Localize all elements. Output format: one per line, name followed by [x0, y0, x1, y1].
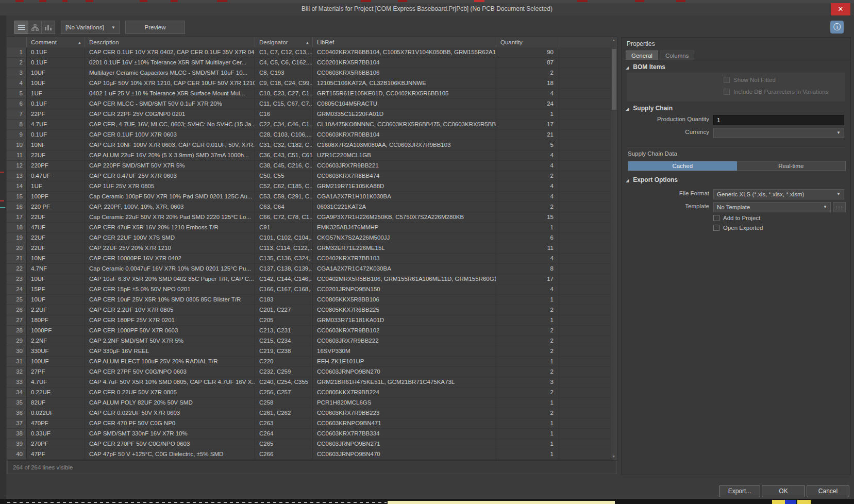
- row-number-cell[interactable]: 21: [7, 254, 27, 264]
- comment-cell[interactable]: 1UF: [27, 181, 85, 192]
- description-cell[interactable]: CAP 330µF 16V REEL: [85, 346, 255, 357]
- libref-cell[interactable]: C0805C104M5RACTU: [313, 99, 496, 109]
- libref-cell[interactable]: CC0603KRX7R9BB223: [313, 408, 496, 418]
- description-cell[interactable]: CAP CER 270PF 50V C0G/NPO 0603: [85, 439, 255, 449]
- description-cell[interactable]: CAP 47pF 50 V +125°C, C0G Dielectric, ±5…: [85, 449, 255, 460]
- designator-cell[interactable]: C232, C259: [255, 367, 313, 377]
- libref-cell[interactable]: UZR1C220MCL1GB: [313, 150, 496, 161]
- table-row[interactable]: 33 4.7UF CAP 4.7uF 50V X5R 10% SMD 0805,…: [7, 377, 611, 388]
- cached-segment[interactable]: Cached: [628, 161, 737, 171]
- comment-cell[interactable]: 470PF: [27, 418, 85, 429]
- designator-cell[interactable]: C258: [255, 398, 313, 408]
- libref-cell[interactable]: CC0603JRX7R9BB221: [313, 161, 496, 171]
- comment-cell[interactable]: 10UF: [27, 295, 85, 305]
- open-exported-option[interactable]: Open Exported: [713, 225, 763, 231]
- comment-cell[interactable]: 15PF: [27, 284, 85, 295]
- table-row[interactable]: 13 0.47UF CAP CER 0.47UF 25V X7R 0603 C5…: [7, 171, 611, 181]
- description-cell[interactable]: CAP SMD/SMT 330nF 16V X7R 10%: [85, 429, 255, 439]
- description-cell[interactable]: CAP CER 2.2UF 10V X7R 0805: [85, 305, 255, 315]
- designator-cell[interactable]: C219, C238: [255, 346, 313, 357]
- row-number-header[interactable]: [7, 37, 27, 47]
- designator-cell[interactable]: C213, C231: [255, 326, 313, 336]
- quantity-cell[interactable]: 2: [496, 336, 559, 346]
- libref-cell[interactable]: CGA9P3X7R1H226M250KB, C5750X7S2A226M280K…: [313, 212, 496, 223]
- currency-dropdown[interactable]: ▼: [713, 128, 844, 138]
- designator-cell[interactable]: C31, C32, C182, C...: [255, 140, 313, 150]
- designator-cell[interactable]: C263: [255, 418, 313, 429]
- libref-cell[interactable]: CC0402KRX7R7BB103: [313, 254, 496, 264]
- production-quantity-input[interactable]: 1: [713, 115, 844, 125]
- designator-cell[interactable]: C50, C55: [255, 171, 313, 181]
- description-cell[interactable]: CAP CER 22UF 100V X7S SMD: [85, 233, 255, 243]
- comment-cell[interactable]: 0.1UF: [27, 99, 85, 109]
- comment-cell[interactable]: 100PF: [27, 192, 85, 202]
- row-number-cell[interactable]: 13: [7, 171, 27, 181]
- description-cell[interactable]: CAP CER 10000PF 16V X7R 0402: [85, 254, 255, 264]
- designator-cell[interactable]: C113, C114, C122,...: [255, 243, 313, 254]
- description-cell[interactable]: CAP 2.2NF SMD/SMT 50V X7R 5%: [85, 336, 255, 346]
- comment-cell[interactable]: 22UF: [27, 243, 85, 254]
- quantity-cell[interactable]: 21: [496, 130, 559, 140]
- comment-cell[interactable]: 180PF: [27, 315, 85, 326]
- row-number-cell[interactable]: 33: [7, 377, 27, 388]
- table-row[interactable]: 19 22UF CAP CER 22UF 100V X7S SMD C101, …: [7, 233, 611, 243]
- libref-cell[interactable]: CC0402MRX5R5BB106, GRM155R61A106ME11D, G…: [313, 274, 496, 284]
- designator-cell[interactable]: C8, C193: [255, 68, 313, 78]
- table-row[interactable]: 22 4.7NF Cap Ceramic 0.0047uF 16V X7R 10…: [7, 264, 611, 274]
- table-row[interactable]: 25 10UF CAP CER 10uF 25V X5R 10% SMD 080…: [7, 295, 611, 305]
- description-cell[interactable]: CAP ALUM ELECT 100uF 25V 20% RADIAL T/R: [85, 357, 255, 367]
- designator-cell[interactable]: C11, C15, C67, C7...: [255, 99, 313, 109]
- row-number-cell[interactable]: 15: [7, 192, 27, 202]
- designator-cell[interactable]: C256, C257: [255, 388, 313, 398]
- libref-cell[interactable]: CC0805KKX7R6BB225: [313, 305, 496, 315]
- designator-cell[interactable]: C36, C43, C51, C61: [255, 150, 313, 161]
- comment-cell[interactable]: 10UF: [27, 274, 85, 284]
- designator-cell[interactable]: C142, C144, C146,...: [255, 274, 313, 284]
- designator-cell[interactable]: C101, C102, C104,...: [255, 233, 313, 243]
- libref-cell[interactable]: CC0201JRNPO9BN150: [313, 284, 496, 295]
- table-row[interactable]: 34 0.22UF CAP CER 0.22UF 50V X7R 0805 C2…: [7, 388, 611, 398]
- quantity-cell[interactable]: 4: [496, 192, 559, 202]
- table-row[interactable]: 21 10NF CAP CER 10000PF 16V X7R 0402 C13…: [7, 254, 611, 264]
- libref-cell[interactable]: CGA1A2X7R1H101K030BA: [313, 192, 496, 202]
- comment-cell[interactable]: 4.7NF: [27, 264, 85, 274]
- table-row[interactable]: 27 180PF CAP CER 180PF 25V X7R 0201 C205…: [7, 315, 611, 326]
- row-number-cell[interactable]: 31: [7, 357, 27, 367]
- description-cell[interactable]: CAP 4.7uF 50V X5R 10% SMD 0805, CAP CER …: [85, 377, 255, 388]
- chart-view-button[interactable]: [41, 21, 55, 34]
- designator-cell[interactable]: C28, C103, C106,...: [255, 130, 313, 140]
- designator-cell[interactable]: C240, C254, C355: [255, 377, 313, 388]
- row-number-cell[interactable]: 22: [7, 264, 27, 274]
- designator-cell[interactable]: C215, C234: [255, 336, 313, 346]
- quantity-cell[interactable]: 6: [496, 233, 559, 243]
- template-dropdown[interactable]: No Template ▼: [713, 202, 831, 212]
- export-button[interactable]: Export...: [719, 485, 760, 497]
- row-number-cell[interactable]: 29: [7, 336, 27, 346]
- cancel-button[interactable]: Cancel: [807, 485, 849, 497]
- libref-cell[interactable]: CC0603KRX7R0BB104: [313, 130, 496, 140]
- row-number-cell[interactable]: 9: [7, 130, 27, 140]
- row-number-cell[interactable]: 1: [7, 47, 27, 58]
- libref-cell[interactable]: EMK325ABJ476MMHP: [313, 223, 496, 233]
- designator-cell[interactable]: C9, C18, C24, C99...: [255, 78, 313, 89]
- comment-cell[interactable]: 22UF: [27, 233, 85, 243]
- table-vertical-scrollbar[interactable]: ▲ ▼: [611, 37, 617, 460]
- libref-cell[interactable]: CC0402KRX7R6BB104, C1005X7R1V104K050BB, …: [313, 47, 496, 58]
- table-row[interactable]: 18 47UF CAP CER 47uF X5R 16V 20% 1210 Em…: [7, 223, 611, 233]
- libref-cell[interactable]: EEH-ZK1E101UP: [313, 357, 496, 367]
- row-number-cell[interactable]: 2: [7, 58, 27, 68]
- designator-cell[interactable]: C1, C7, C12, C13,...: [255, 47, 313, 58]
- quantity-cell[interactable]: 24: [496, 99, 559, 109]
- comment-cell[interactable]: 2.2NF: [27, 336, 85, 346]
- table-row[interactable]: 38 0.33UF CAP SMD/SMT 330nF 16V X7R 10% …: [7, 429, 611, 439]
- description-cell[interactable]: CAP CER 0.022UF 50V X7R 0603: [85, 408, 255, 418]
- libref-cell[interactable]: CC0603KRX7R7BB334: [313, 429, 496, 439]
- variations-dropdown[interactable]: [No Variations] ▼: [61, 21, 120, 34]
- designator-cell[interactable]: C265: [255, 439, 313, 449]
- quantity-cell[interactable]: 1: [496, 357, 559, 367]
- comment-cell[interactable]: 270PF: [27, 439, 85, 449]
- table-row[interactable]: 14 1UF CAP 1UF 25V X7R 0805 C52, C62, C1…: [7, 181, 611, 192]
- row-number-cell[interactable]: 34: [7, 388, 27, 398]
- row-number-cell[interactable]: 18: [7, 223, 27, 233]
- designator-cell[interactable]: C166, C167, C168,...: [255, 284, 313, 295]
